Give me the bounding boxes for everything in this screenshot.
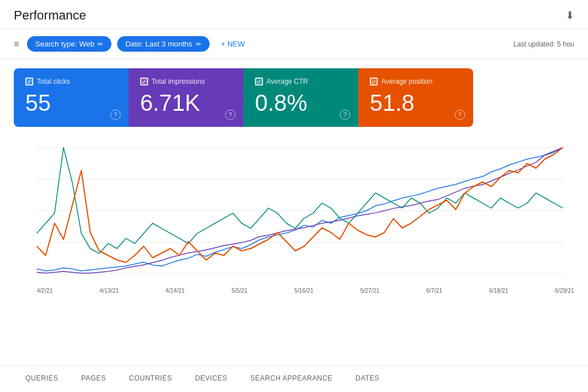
metrics-row: ✓ Total clicks 55 ? ✓ Total impressions … [14, 68, 473, 127]
x-label-8: 6/29/21 [555, 288, 574, 294]
filter-icon[interactable]: ≡ [14, 39, 19, 49]
x-label-0: 4/2/21 [37, 288, 53, 294]
tab-devices[interactable]: DEVICES [184, 366, 239, 392]
x-label-7: 6/18/21 [489, 288, 508, 294]
average-ctr-help-icon[interactable]: ? [340, 110, 350, 120]
average-ctr-label-row: ✓ Average CTR [255, 77, 347, 86]
average-position-help-icon[interactable]: ? [455, 110, 465, 120]
date-chip[interactable]: Date: Last 3 months ✏ [117, 36, 209, 52]
total-clicks-label-row: ✓ Total clicks [25, 77, 117, 86]
bottom-tabs: QUERIES PAGES COUNTRIES DEVICES SEARCH A… [0, 366, 588, 392]
download-icon[interactable]: ⬇ [566, 9, 574, 22]
performance-chart [14, 136, 574, 280]
top-right-actions: ⬇ [566, 9, 574, 22]
x-label-5: 5/27/21 [360, 288, 379, 294]
total-clicks-value: 55 [25, 90, 117, 115]
x-label-2: 4/24/21 [165, 288, 184, 294]
chart-container [14, 136, 574, 285]
date-label: Date: Last 3 months [125, 40, 192, 48]
metric-average-ctr[interactable]: ✓ Average CTR 0.8% ? [243, 68, 358, 127]
new-button[interactable]: + NEW [215, 36, 251, 52]
total-clicks-help-icon[interactable]: ? [110, 110, 121, 120]
total-clicks-checkbox[interactable]: ✓ [25, 77, 33, 86]
tab-queries[interactable]: QUERIES [14, 366, 70, 392]
date-edit-icon: ✏ [196, 40, 202, 48]
total-impressions-value: 6.71K [140, 90, 232, 115]
search-type-chip[interactable]: Search type: Web ✏ [27, 36, 111, 52]
average-ctr-value: 0.8% [255, 90, 347, 115]
average-ctr-checkbox[interactable]: ✓ [255, 77, 263, 86]
total-impressions-label-row: ✓ Total impressions [140, 77, 232, 86]
x-label-6: 6/7/21 [426, 288, 442, 294]
x-axis-labels: 4/2/21 4/13/21 4/24/21 5/5/21 5/16/21 5/… [14, 285, 574, 294]
average-position-label-row: ✓ Average position [370, 77, 462, 86]
tab-dates[interactable]: DATES [344, 366, 391, 392]
top-bar: Performance ⬇ [0, 0, 588, 29]
filter-bar: ≡ Search type: Web ✏ Date: Last 3 months… [0, 29, 588, 59]
tab-countries[interactable]: COUNTRIES [117, 366, 183, 392]
metrics-section: ✓ Total clicks 55 ? ✓ Total impressions … [0, 59, 588, 136]
total-impressions-checkbox[interactable]: ✓ [140, 77, 148, 86]
total-impressions-help-icon[interactable]: ? [225, 110, 235, 120]
average-position-checkbox[interactable]: ✓ [370, 77, 378, 86]
tab-pages[interactable]: PAGES [70, 366, 118, 392]
chart-section: 4/2/21 4/13/21 4/24/21 5/5/21 5/16/21 5/… [0, 136, 588, 303]
x-label-1: 4/13/21 [99, 288, 118, 294]
search-type-label: Search type: Web [35, 40, 94, 48]
search-type-edit-icon: ✏ [98, 40, 103, 48]
tab-search-appearance[interactable]: SEARCH APPEARANCE [239, 366, 344, 392]
page-title: Performance [14, 8, 86, 23]
metric-total-impressions[interactable]: ✓ Total impressions 6.71K ? [129, 68, 243, 127]
x-label-3: 5/5/21 [231, 288, 247, 294]
metric-average-position[interactable]: ✓ Average position 51.8 ? [358, 68, 473, 127]
page-wrapper: Performance ⬇ ≡ Search type: Web ✏ Date:… [0, 0, 588, 392]
metric-total-clicks[interactable]: ✓ Total clicks 55 ? [14, 68, 129, 127]
last-updated-text: Last updated: 5 hou [513, 40, 574, 48]
average-position-value: 51.8 [370, 90, 462, 115]
x-label-4: 5/16/21 [295, 288, 314, 294]
